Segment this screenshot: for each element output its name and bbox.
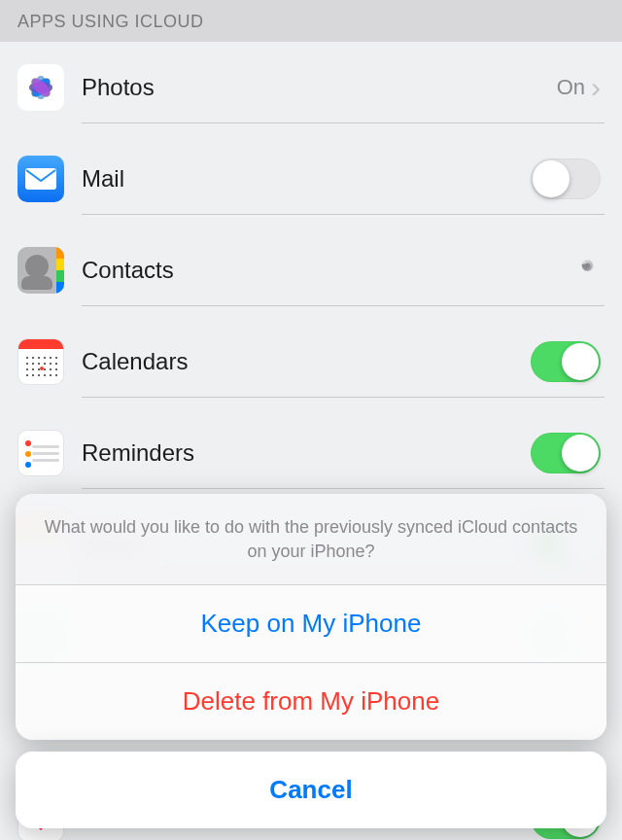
delete-from-iphone-button[interactable]: Delete from My iPhone — [16, 663, 606, 740]
sheet-message: What would you like to do with the previ… — [16, 494, 606, 585]
action-sheet-cancel-group: Cancel — [16, 752, 606, 828]
keep-on-iphone-button[interactable]: Keep on My iPhone — [16, 585, 606, 663]
action-sheet: What would you like to do with the previ… — [16, 494, 606, 740]
action-sheet-overlay: What would you like to do with the previ… — [0, 0, 622, 840]
cancel-button[interactable]: Cancel — [16, 752, 606, 828]
